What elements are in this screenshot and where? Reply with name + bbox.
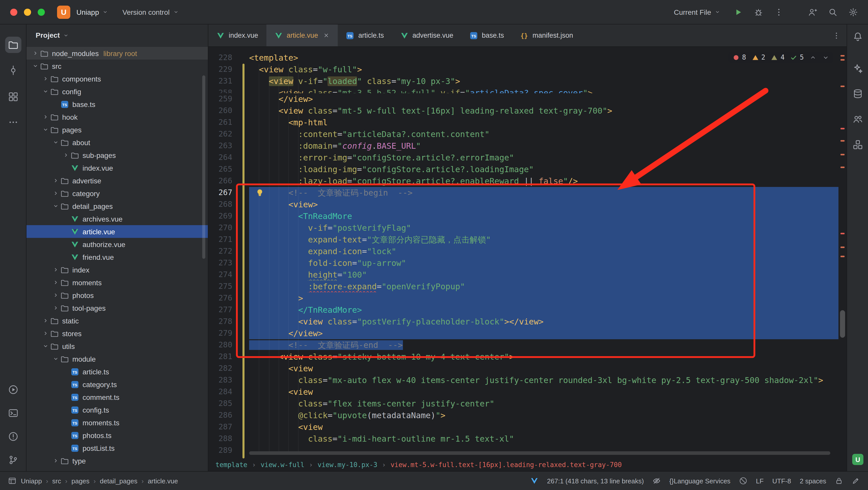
tree-item-src[interactable]: src <box>27 60 208 72</box>
code-text[interactable]: <!-- 文章验证码-begin --> <box>249 187 838 198</box>
code-text[interactable]: v-if="postVerifyFlag" <box>249 222 838 234</box>
tree-item-moments-ts[interactable]: TSmoments.ts <box>27 416 208 429</box>
file-encoding[interactable]: UTF-8 <box>772 477 791 485</box>
path-item[interactable]: Uniapp <box>21 477 42 485</box>
code-line-282[interactable]: 282 <view <box>208 363 838 374</box>
code-line-270[interactable]: 270 v-if="postVerifyFlag" <box>208 222 838 234</box>
code-text[interactable]: class="i-mdi-heart-outline mr-1.5 text-x… <box>249 433 838 445</box>
code-text[interactable]: fold-icon="up-arrow" <box>249 257 838 269</box>
tree-item-config[interactable]: config <box>27 85 208 98</box>
weak-warning-count[interactable]: 4 <box>771 54 785 61</box>
path-item[interactable]: src <box>52 477 61 485</box>
line-separator[interactable]: LF <box>756 477 764 485</box>
chevron-down-icon[interactable] <box>51 138 60 147</box>
code-text[interactable]: height="100" <box>249 269 838 281</box>
code-text[interactable]: :before-expand="openVerifyPopup" <box>249 281 838 293</box>
code-line-273[interactable]: 273 fold-icon="up-arrow" <box>208 257 838 269</box>
horizontal-scrollbar[interactable] <box>249 451 830 455</box>
chevron-right-icon[interactable] <box>51 291 60 299</box>
indent-setting[interactable]: 2 spaces <box>800 477 826 485</box>
close-tab-icon[interactable] <box>323 32 330 39</box>
tab-advertise-vue[interactable]: advertise.vue <box>392 25 462 47</box>
analysis-mark[interactable] <box>840 154 844 155</box>
inspections-widget[interactable]: 8 2 4 5 <box>728 52 833 63</box>
chevron-right-icon[interactable] <box>61 151 70 159</box>
code-line-286[interactable]: 286 @click="upvote(metadataName)"> <box>208 409 838 421</box>
analysis-mark[interactable] <box>840 166 844 168</box>
error-count[interactable]: 8 <box>732 54 746 61</box>
chevron-right-icon[interactable] <box>51 278 60 286</box>
tab-base-ts[interactable]: TSbase.ts <box>462 25 512 47</box>
code-text[interactable]: <view <box>249 363 838 374</box>
code-text[interactable]: <view class="postVerify-placeholder-bloc… <box>249 316 838 328</box>
commit-tool-button[interactable] <box>5 62 21 79</box>
line-number[interactable]: 258 <box>208 87 249 93</box>
tree-item-article-vue[interactable]: article.vue <box>27 225 208 238</box>
chevron-down-icon[interactable] <box>41 87 50 95</box>
tree-item-index-vue[interactable]: index.vue <box>27 161 208 174</box>
caret-position[interactable]: 267:1 (418 chars, 13 line breaks) <box>547 477 644 485</box>
chevron-right-icon[interactable] <box>51 304 60 312</box>
code-text[interactable]: > <box>249 293 838 304</box>
code-text[interactable]: <view class="sticky bottom-10 my-4 text-… <box>249 351 838 363</box>
tree-item-module[interactable]: module <box>27 353 208 365</box>
debug-button[interactable] <box>754 7 763 17</box>
tree-item-hook[interactable]: hook <box>27 111 208 123</box>
settings-icon[interactable] <box>849 7 858 17</box>
chevron-right-icon[interactable] <box>41 316 50 325</box>
tree-item-photos-ts[interactable]: TSphotos.ts <box>27 429 208 441</box>
tree-item-authorize-vue[interactable]: authorize.vue <box>27 238 208 251</box>
tree-item-postlist-ts[interactable]: TSpostList.ts <box>27 441 208 454</box>
tree-item-photos[interactable]: photos <box>27 289 208 302</box>
code-line-288[interactable]: 288 class="i-mdi-heart-outline mr-1.5 te… <box>208 433 838 445</box>
tree-item-detail-pages[interactable]: detail_pages <box>27 200 208 212</box>
chevron-down-icon[interactable] <box>41 342 50 350</box>
tab-manifest-json[interactable]: {}manifest.json <box>512 25 581 47</box>
tree-item-category[interactable]: category <box>27 187 208 200</box>
project-tree-scrollbar[interactable] <box>202 75 205 259</box>
version-control-menu[interactable]: Version control <box>123 8 179 16</box>
chevron-right-icon[interactable] <box>41 74 50 83</box>
code-line-266[interactable]: 266 :lazy-load="configStore.article?.ena… <box>208 175 838 187</box>
power-save-icon[interactable] <box>739 477 747 485</box>
code-line-265[interactable]: 265 :loading-img="configStore.article?.l… <box>208 163 838 175</box>
project-tool-button[interactable] <box>5 37 21 53</box>
tree-item-advertise[interactable]: advertise <box>27 174 208 187</box>
tree-item-type[interactable]: type <box>27 454 208 467</box>
code-line-281[interactable]: 281 <view class="sticky bottom-10 my-4 t… <box>208 351 838 363</box>
code-line-259[interactable]: 259 </view> <box>208 93 838 105</box>
chevron-right-icon[interactable] <box>31 49 40 57</box>
code-text[interactable]: <TnReadMore <box>249 210 838 222</box>
code-text[interactable]: <view <box>249 421 838 433</box>
analysis-mark[interactable] <box>840 55 844 57</box>
tree-item-tool-pages[interactable]: tool-pages <box>27 302 208 314</box>
more-actions-icon[interactable] <box>774 7 783 17</box>
chevron-right-icon[interactable] <box>41 113 50 121</box>
code-text[interactable]: <mp-html <box>249 117 838 128</box>
breadcrumb-item[interactable]: template <box>215 461 247 469</box>
code-line-260[interactable]: 260 <view class="mt-5 w-full text-[16px]… <box>208 105 838 117</box>
analysis-mark[interactable] <box>840 86 844 87</box>
breadcrumb-item[interactable]: view.mt-5.w-full.text-[16px].leading-rel… <box>391 461 622 469</box>
minimize-window-button[interactable] <box>24 8 31 16</box>
code-text[interactable]: <view class="mt-3.5 h-52 w-full" v-if="a… <box>249 87 838 93</box>
code-text[interactable]: expand-icon="lock" <box>249 246 838 257</box>
code-line-274[interactable]: 274 height="100" <box>208 269 838 281</box>
uniapp-plugin-icon[interactable]: U <box>852 454 863 465</box>
code-text[interactable]: :loading-img="configStore.article?.loadi… <box>249 163 838 175</box>
project-panel-header[interactable]: Project <box>27 25 208 46</box>
code-line-277[interactable]: 277 </TnReadMore> <box>208 304 838 316</box>
code-line-285[interactable]: 285 class="flex items-center justify-cen… <box>208 398 838 409</box>
chevron-down-icon[interactable] <box>31 62 40 70</box>
line-number[interactable]: 228 <box>208 52 249 64</box>
tree-item-index[interactable]: index <box>27 263 208 276</box>
code-line-279[interactable]: 279 </view> <box>208 328 838 339</box>
chevron-down-icon[interactable] <box>41 126 50 134</box>
code-text[interactable]: <view> <box>249 198 838 210</box>
tree-item-category-ts[interactable]: TScategory.ts <box>27 378 208 391</box>
analysis-mark[interactable] <box>840 247 844 248</box>
code-line-269[interactable]: 269 <TnReadMore <box>208 210 838 222</box>
highlighting-level-icon[interactable] <box>653 477 661 485</box>
terminal-tool-button[interactable] <box>5 405 21 421</box>
code-text[interactable]: </view> <box>249 328 838 339</box>
